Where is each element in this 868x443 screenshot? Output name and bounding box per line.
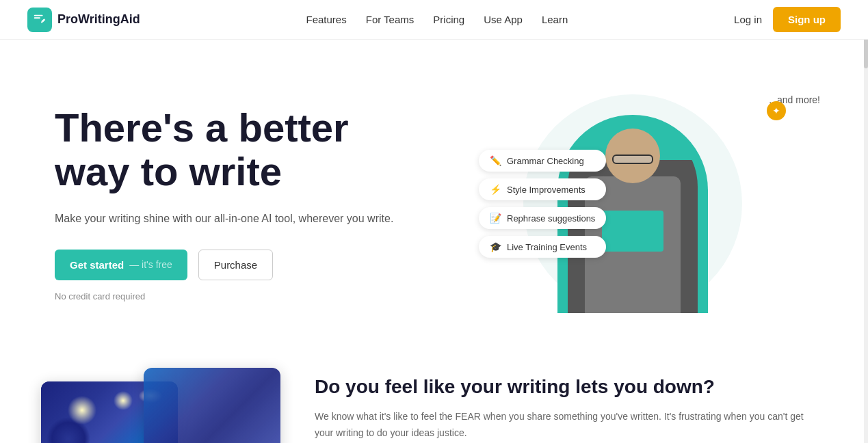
cta-separator: — it's free <box>129 259 172 270</box>
section-two-heading: Do you feel like your writing lets you d… <box>315 375 813 399</box>
person-head <box>605 129 660 183</box>
pill-style: ⚡ Style Improvements <box>479 178 606 200</box>
nav-actions: Log in Sign up <box>734 7 841 32</box>
pill-rephrase: 📝 Rephrase suggestions <box>479 207 606 229</box>
login-button[interactable]: Log in <box>734 14 762 25</box>
section-two: My idea in my head Do you feel like your… <box>0 354 868 443</box>
logo[interactable]: ProWritingAid <box>27 8 140 32</box>
nav-features[interactable]: Features <box>306 14 347 25</box>
no-credit-card-text: No credit card required <box>55 291 438 301</box>
section-two-image: My idea in my head <box>41 368 274 443</box>
get-started-button[interactable]: Get started — it's free <box>55 250 187 280</box>
sparkle-icon: ✦ <box>767 101 786 120</box>
pill-grammar: ✏️ Grammar Checking <box>479 150 606 172</box>
hero-title: There's a better way to write <box>55 106 438 193</box>
hero-image: ✏️ Grammar Checking ⚡ Style Improvements… <box>438 81 827 327</box>
hero-content: There's a better way to write Make your … <box>55 106 438 301</box>
rephrase-icon: 📝 <box>490 213 501 224</box>
section-two-body: We know what it's like to feel the FEAR … <box>315 409 813 442</box>
hero-section: There's a better way to write Make your … <box>0 40 868 354</box>
navbar: ProWritingAid Features For Teams Pricing… <box>0 0 868 40</box>
training-icon: 🎓 <box>490 241 501 252</box>
pill-training: 🎓 Live Training Events <box>479 236 606 258</box>
painting-overlay <box>144 368 280 443</box>
nav-learn[interactable]: Learn <box>542 14 568 25</box>
scrollbar[interactable] <box>864 0 868 443</box>
person-laptop <box>602 211 663 252</box>
purchase-button[interactable]: Purchase <box>198 250 273 280</box>
grammar-icon: ✏️ <box>490 155 501 166</box>
style-icon: ⚡ <box>490 184 501 195</box>
svg-rect-1 <box>34 17 40 18</box>
logo-text: ProWritingAid <box>57 12 140 27</box>
logo-icon <box>27 8 52 32</box>
hero-buttons: Get started — it's free Purchase <box>55 250 438 280</box>
svg-rect-0 <box>34 14 43 16</box>
signup-button[interactable]: Sign up <box>773 7 841 32</box>
person-glasses <box>612 155 653 164</box>
nav-pricing[interactable]: Pricing <box>433 14 464 25</box>
section-two-text: Do you feel like your writing lets you d… <box>315 368 813 442</box>
hero-subtitle: Make your writing shine with our all-in-… <box>55 210 438 228</box>
nav-links: Features For Teams Pricing Use App Learn <box>306 14 568 25</box>
nav-use-app[interactable]: Use App <box>484 14 523 25</box>
nav-for-teams[interactable]: For Teams <box>366 14 415 25</box>
feature-pills: ✏️ Grammar Checking ⚡ Style Improvements… <box>479 150 606 258</box>
